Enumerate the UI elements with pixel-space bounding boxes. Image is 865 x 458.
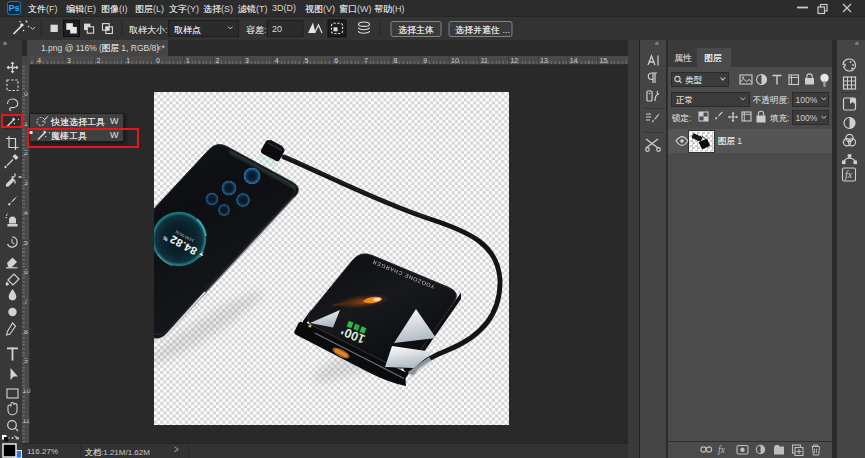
svg-text:13: 13 — [540, 57, 548, 64]
svg-text:14: 14 — [570, 57, 578, 64]
svg-text:3: 3 — [245, 57, 249, 64]
svg-text:6: 6 — [24, 268, 28, 275]
svg-text:6: 6 — [334, 57, 338, 64]
svg-text:1: 1 — [126, 57, 130, 64]
svg-text:11: 11 — [481, 57, 488, 64]
svg-text:4: 4 — [37, 57, 41, 64]
svg-text:4: 4 — [24, 209, 28, 216]
svg-text:11: 11 — [23, 417, 30, 424]
svg-text:fx: fx — [718, 445, 726, 455]
svg-text:4: 4 — [275, 57, 279, 64]
svg-text:10: 10 — [451, 57, 459, 64]
svg-text:0: 0 — [24, 90, 28, 97]
svg-text:9: 9 — [24, 357, 28, 364]
svg-text:7: 7 — [364, 57, 368, 64]
svg-text:2: 2 — [24, 149, 28, 156]
svg-text:7: 7 — [24, 298, 28, 305]
svg-text:2: 2 — [215, 57, 219, 64]
svg-text:9: 9 — [423, 57, 427, 64]
svg-text:15: 15 — [600, 57, 608, 64]
svg-text:2: 2 — [97, 57, 101, 64]
svg-text:fx: fx — [845, 169, 853, 180]
svg-text:3: 3 — [24, 179, 28, 186]
svg-text:5: 5 — [305, 57, 309, 64]
svg-text:1: 1 — [186, 57, 190, 64]
svg-text:0: 0 — [156, 57, 160, 64]
svg-text:8: 8 — [24, 328, 28, 335]
svg-text:3: 3 — [67, 57, 71, 64]
svg-text:5: 5 — [24, 239, 28, 246]
svg-text:1: 1 — [24, 120, 28, 127]
svg-text:8: 8 — [394, 57, 398, 64]
svg-text:12: 12 — [510, 57, 518, 64]
